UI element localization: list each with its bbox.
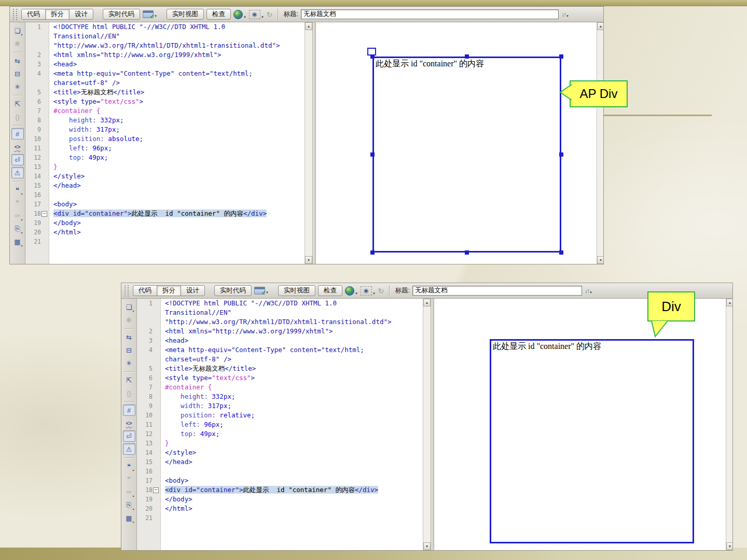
code-line[interactable]: 7#container {: [25, 106, 305, 116]
code-line[interactable]: charset=utf-8" />: [137, 355, 423, 364]
code-line[interactable]: 5<title>无标题文档</title>: [25, 88, 305, 97]
code-line[interactable]: 11 left: 96px;: [25, 144, 305, 153]
code-line[interactable]: 6<style type="text/css">: [25, 97, 305, 106]
design-scrollbar[interactable]: ▲▼: [597, 22, 603, 264]
design-view-page[interactable]: 此处显示 id "container" 的内容: [316, 22, 597, 264]
selection-handle[interactable]: [559, 54, 563, 59]
inspect-button[interactable]: 检查: [318, 285, 342, 296]
word-wrap-icon[interactable]: ⏎: [11, 154, 24, 165]
scroll-up-icon[interactable]: ▲: [305, 22, 312, 30]
code-line[interactable]: "http://www.w3.org/TR/xhtml1/DTD/xhtml1-…: [25, 41, 305, 50]
code-line[interactable]: 2<html xmlns="http://www.w3.org/1999/xht…: [25, 50, 305, 60]
visual-aids-eye-icon[interactable]: ◉▼: [361, 286, 376, 296]
code-line[interactable]: 17<body>: [25, 200, 305, 209]
expand-all-icon[interactable]: ✳: [123, 357, 135, 369]
code-editor[interactable]: 1<!DOCTYPE html PUBLIC "-//W3C//DTD XHTM…: [137, 299, 423, 550]
code-line[interactable]: 13}: [137, 439, 423, 448]
inspect-button[interactable]: 检查: [206, 9, 231, 20]
code-line[interactable]: 16: [137, 467, 423, 476]
visual-aids-eye-icon[interactable]: ◉▼: [249, 10, 264, 19]
code-line[interactable]: 6<style type="text/css">: [137, 373, 423, 383]
toolbar-grip[interactable]: [125, 285, 129, 297]
scroll-down-icon[interactable]: ▼: [423, 542, 431, 550]
title-input[interactable]: [412, 286, 582, 296]
code-editor[interactable]: 1<!DOCTYPE html PUBLIC "-//W3C//DTD XHTM…: [25, 22, 305, 264]
scroll-down-icon[interactable]: ▼: [597, 256, 603, 264]
preview-in-browser-globe-icon[interactable]: ▼: [345, 286, 358, 296]
move-css-icon[interactable]: ▦▼: [11, 236, 24, 247]
live-view-options-icon[interactable]: ✓▼: [143, 10, 157, 18]
code-line[interactable]: 4<meta http-equiv="Content-Type" content…: [137, 345, 423, 355]
code-line[interactable]: "http://www.w3.org/TR/xhtml1/DTD/xhtml1-…: [137, 317, 423, 327]
recent-snippets-icon[interactable]: ⎘▼: [123, 499, 135, 511]
select-parent-tag-icon[interactable]: ⇱: [11, 98, 24, 109]
code-line[interactable]: 18−<div id="container">此处显示 id "containe…: [137, 485, 423, 495]
code-line[interactable]: 1<!DOCTYPE html PUBLIC "-//W3C//DTD XHTM…: [137, 299, 423, 308]
title-input[interactable]: [301, 9, 559, 19]
collapse-code-icon[interactable]: −: [153, 487, 159, 493]
scroll-up-icon[interactable]: ▲: [597, 22, 603, 30]
code-line[interactable]: 17<body>: [137, 476, 423, 485]
design-scrollbar[interactable]: ▲▼: [726, 299, 732, 550]
selection-handle[interactable]: [559, 152, 563, 157]
selection-handle[interactable]: [465, 250, 469, 255]
highlight-invalid-code-icon[interactable]: <>: [11, 141, 24, 152]
code-line[interactable]: 5<title>无标题文档</title>: [137, 364, 423, 373]
selection-handle[interactable]: [465, 54, 469, 59]
code-line[interactable]: 16: [25, 190, 305, 200]
highlight-invalid-code-icon[interactable]: <>: [123, 417, 135, 429]
code-line[interactable]: charset=utf-8" />: [25, 78, 305, 88]
code-line[interactable]: 12 top: 49px;: [25, 153, 305, 162]
word-wrap-icon[interactable]: ⏎: [123, 430, 135, 442]
code-line[interactable]: 12 top: 49px;: [137, 429, 423, 439]
apply-comment-icon[interactable]: ❝▼: [11, 184, 24, 195]
code-line[interactable]: 19</body>: [137, 495, 423, 504]
recent-snippets-icon[interactable]: ⎘▼: [11, 223, 24, 234]
syntax-error-alerts-icon[interactable]: ⚠: [11, 167, 24, 178]
scroll-up-icon[interactable]: ▲: [423, 299, 431, 306]
design-view-button[interactable]: 设计: [181, 285, 205, 296]
code-line[interactable]: 15</head>: [25, 181, 305, 190]
collapse-code-icon[interactable]: −: [42, 211, 47, 217]
design-view-button[interactable]: 设计: [69, 9, 93, 20]
collapse-full-tag-icon[interactable]: ⇆: [123, 331, 135, 343]
code-line[interactable]: 15</head>: [137, 457, 423, 467]
preview-in-browser-globe-icon[interactable]: ▼: [233, 10, 246, 19]
live-code-button[interactable]: 实时代码: [214, 285, 252, 296]
refresh-icon[interactable]: ↻: [267, 10, 273, 19]
line-numbers-icon[interactable]: #: [11, 128, 24, 139]
code-line[interactable]: 3<head>: [25, 60, 305, 69]
file-management-icon[interactable]: ↓↑▼: [561, 11, 569, 18]
select-parent-tag-icon[interactable]: ⇱: [123, 374, 135, 386]
code-line[interactable]: 18−<div id="container">此处显示 id "containe…: [25, 209, 305, 218]
live-view-options-icon[interactable]: ✓▼: [254, 287, 269, 295]
refresh-icon[interactable]: ↻: [378, 287, 384, 295]
code-design-splitter[interactable]: [431, 299, 434, 550]
code-scrollbar[interactable]: ▲▼: [423, 299, 431, 550]
code-line[interactable]: 10 position: relative;: [137, 411, 423, 420]
container-div-box[interactable]: 此处显示 id "container" 的内容: [490, 339, 694, 543]
collapse-full-tag-icon[interactable]: ⇆: [11, 55, 24, 66]
code-line[interactable]: 21: [25, 237, 305, 246]
code-line[interactable]: Transitional//EN": [137, 308, 423, 317]
toolbar-grip[interactable]: [13, 9, 17, 20]
code-view-button[interactable]: 代码: [133, 285, 157, 296]
code-line[interactable]: 9 width: 317px;: [137, 401, 423, 411]
code-line[interactable]: 19</body>: [25, 218, 305, 228]
collapse-selection-icon[interactable]: ⊟: [123, 344, 135, 356]
split-view-button[interactable]: 拆分: [157, 285, 181, 296]
code-line[interactable]: 1<!DOCTYPE html PUBLIC "-//W3C//DTD XHTM…: [25, 22, 305, 32]
live-code-button[interactable]: 实时代码: [103, 9, 140, 20]
move-css-icon[interactable]: ▦▼: [123, 512, 135, 524]
selection-handle[interactable]: [370, 54, 375, 59]
code-line[interactable]: Transitional//EN": [25, 32, 305, 41]
design-view-page[interactable]: 此处显示 id "container" 的内容: [434, 299, 726, 550]
code-line[interactable]: 20</html>: [137, 504, 423, 513]
live-view-button[interactable]: 实时视图: [167, 9, 204, 20]
container-div-box[interactable]: 此处显示 id "container" 的内容: [372, 57, 561, 253]
syntax-error-alerts-icon[interactable]: ⚠: [123, 443, 135, 455]
line-numbers-icon[interactable]: #: [123, 404, 135, 416]
scroll-down-icon[interactable]: ▼: [726, 542, 732, 550]
collapse-selection-icon[interactable]: ⊟: [11, 68, 24, 79]
code-line[interactable]: 4<meta http-equiv="Content-Type" content…: [25, 69, 305, 78]
